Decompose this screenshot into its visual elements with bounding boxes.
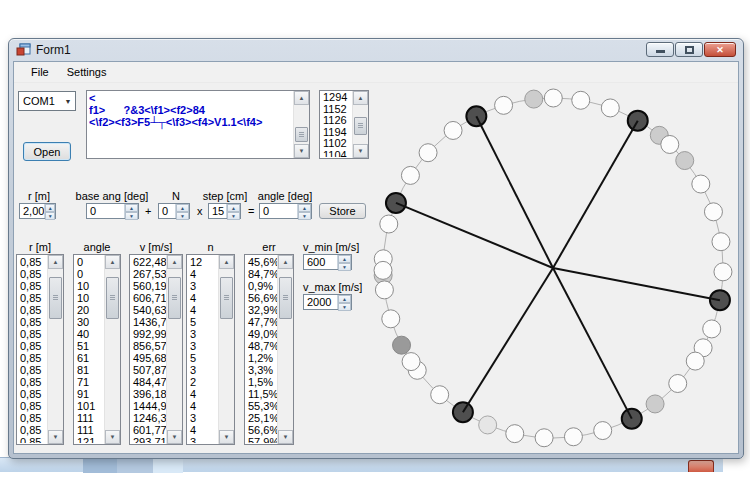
list-item[interactable]: 3,3% [245, 364, 277, 376]
list-item[interactable]: 101 [74, 400, 104, 412]
list-item[interactable]: 2 [187, 376, 218, 388]
list-item[interactable]: 992,99 [130, 328, 166, 340]
list-item[interactable]: 856,57 [130, 340, 166, 352]
list-item[interactable]: 606,71 [130, 292, 166, 304]
list-item[interactable]: 55,3% [245, 400, 277, 412]
spin-up-icon[interactable]: ▲ [298, 204, 311, 212]
spin-up-icon[interactable]: ▲ [125, 204, 138, 212]
v-min-value[interactable]: 600 [304, 255, 337, 269]
list-item[interactable]: 0,85 [17, 364, 47, 376]
scroll-up-icon[interactable]: ▲ [219, 255, 234, 269]
list-item[interactable]: 30 [74, 316, 104, 328]
list-item[interactable]: 3 [187, 280, 218, 292]
scrollbar-thumb[interactable] [295, 127, 308, 142]
list-item[interactable]: 4 [187, 268, 218, 280]
list-item[interactable]: 0,85 [17, 256, 47, 268]
list-item[interactable]: 1126 [320, 115, 352, 127]
scroll-down-icon[interactable]: ▼ [105, 430, 120, 444]
r-value[interactable]: 2,00 [20, 204, 44, 218]
v-listbox[interactable]: 622,48267,53560,19606,71540,631436,7992,… [129, 254, 183, 445]
list-item[interactable]: 0,85 [17, 424, 47, 436]
list-item[interactable]: 0 [74, 268, 104, 280]
list-item[interactable]: 4 [187, 424, 218, 436]
list-item[interactable]: 622,48 [130, 256, 166, 268]
spin-down-icon[interactable]: ▼ [298, 212, 311, 220]
angle-listbox[interactable]: 0010102030405161817191101111111121▲▼ [73, 254, 121, 445]
close-button[interactable]: ✕ [704, 42, 736, 57]
list-item[interactable]: 1,5% [245, 376, 277, 388]
r-listbox[interactable]: 0,850,850,850,850,850,850,850,850,850,85… [16, 254, 64, 445]
list-item[interactable]: 0,85 [17, 352, 47, 364]
list-item[interactable]: 12 [187, 256, 218, 268]
list-scrollbar[interactable]: ▲▼ [218, 255, 234, 444]
list-item[interactable]: 0,85 [17, 436, 47, 443]
list-item[interactable]: 540,63 [130, 304, 166, 316]
step-spinner[interactable]: 15 ▲▼ [208, 203, 241, 219]
list-item[interactable]: 10 [74, 280, 104, 292]
list-item[interactable]: 3 [187, 328, 218, 340]
list-item[interactable]: 111 [74, 412, 104, 424]
scrollbar-thumb[interactable] [106, 277, 119, 319]
list-item[interactable]: 4 [187, 400, 218, 412]
spin-down-icon[interactable]: ▼ [176, 212, 189, 220]
scrollbar-thumb[interactable] [220, 277, 233, 319]
angle-value[interactable]: 0 [260, 204, 297, 218]
list-item[interactable]: 1104 [320, 150, 352, 158]
step-value[interactable]: 15 [209, 204, 226, 218]
list-item[interactable]: 3 [187, 412, 218, 424]
list-item[interactable]: 0,85 [17, 376, 47, 388]
list-item[interactable]: 0,85 [17, 400, 47, 412]
list-item[interactable]: 0,85 [17, 388, 47, 400]
list-item[interactable]: 81 [74, 364, 104, 376]
list-item[interactable]: 0,85 [17, 412, 47, 424]
v-min-spinner[interactable]: 600 ▲▼ [303, 254, 352, 270]
list-item[interactable]: 4 [187, 304, 218, 316]
minimize-button[interactable] [646, 42, 674, 57]
list-item[interactable]: 51 [74, 340, 104, 352]
list-scrollbar[interactable]: ▲▼ [47, 255, 63, 444]
com-port-combobox[interactable]: COM1 ▼ [18, 91, 76, 111]
list-item[interactable]: 1,2% [245, 352, 277, 364]
background-window-close-button[interactable] [688, 460, 714, 472]
list-item[interactable]: 1102 [320, 138, 352, 150]
n-listbox[interactable]: 12434453353244343▲▼ [186, 254, 235, 445]
base-angle-value[interactable]: 0 [87, 204, 124, 218]
list-item[interactable]: 3 [187, 436, 218, 443]
list-item[interactable]: 48,7% [245, 340, 277, 352]
list-item[interactable]: 71 [74, 376, 104, 388]
list-item[interactable]: 1294 [320, 92, 352, 104]
v-max-value[interactable]: 2000 [304, 295, 337, 309]
n-value[interactable]: 0 [159, 204, 175, 218]
list-scrollbar[interactable]: ▲▼ [104, 255, 120, 444]
spin-down-icon[interactable]: ▼ [45, 212, 55, 220]
err-listbox[interactable]: 45,6%84,7%0,9%56,6%32,9%47,7%49,0%48,7%1… [244, 254, 294, 445]
scroll-down-icon[interactable]: ▼ [219, 430, 234, 444]
list-item[interactable]: 3 [187, 364, 218, 376]
open-port-button[interactable]: Open [23, 142, 71, 161]
list-item[interactable]: 56,6% [245, 292, 277, 304]
list-item[interactable]: 601,77 [130, 424, 166, 436]
list-item[interactable]: 1246,3 [130, 412, 166, 424]
spin-up-icon[interactable]: ▲ [338, 295, 351, 303]
list-item[interactable]: 40 [74, 328, 104, 340]
list-item[interactable]: 1444,9 [130, 400, 166, 412]
list-item[interactable]: 47,7% [245, 316, 277, 328]
list-item[interactable]: 20 [74, 304, 104, 316]
list-item[interactable]: 11,5% [245, 388, 277, 400]
scroll-up-icon[interactable]: ▲ [278, 255, 293, 269]
spin-up-icon[interactable]: ▲ [338, 255, 351, 263]
spin-down-icon[interactable]: ▼ [338, 263, 351, 271]
list-item[interactable]: 560,19 [130, 280, 166, 292]
list-item[interactable]: 25,1% [245, 412, 277, 424]
list-item[interactable]: 45,6% [245, 256, 277, 268]
v-max-spinner[interactable]: 2000 ▲▼ [303, 294, 352, 310]
store-button[interactable]: Store [319, 203, 366, 219]
list-item[interactable]: 4 [187, 292, 218, 304]
spin-down-icon[interactable]: ▼ [227, 212, 240, 220]
terminal-scrollbar[interactable]: ▲ ▼ [293, 91, 309, 158]
list-item[interactable]: 57,9% [245, 436, 277, 443]
list-item[interactable]: 507,87 [130, 364, 166, 376]
n-spinner[interactable]: 0 ▲▼ [158, 203, 190, 219]
title-bar[interactable]: Form1 ✕ [9, 39, 743, 61]
scrollbar-thumb[interactable] [279, 277, 292, 319]
